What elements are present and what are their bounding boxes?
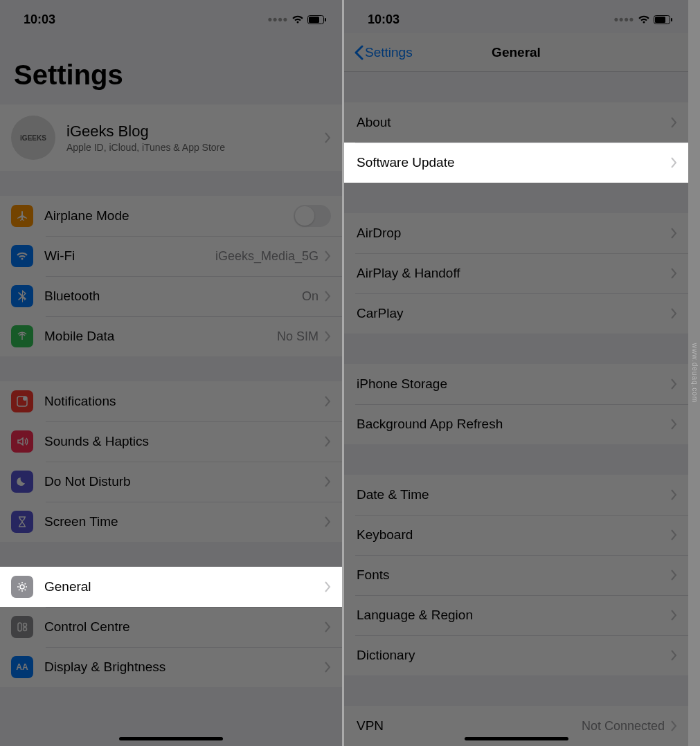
- notifications-group: Notifications Sounds & Haptics Do Not Di…: [0, 381, 342, 542]
- nav-title: General: [492, 45, 541, 60]
- row-fonts[interactable]: Fonts: [344, 555, 688, 595]
- row-date-time[interactable]: Date & Time: [344, 475, 688, 515]
- row-notifications[interactable]: Notifications: [0, 381, 342, 421]
- bluetooth-value: On: [302, 289, 318, 304]
- row-display-brightness[interactable]: AA Display & Brightness: [0, 647, 342, 687]
- airplane-icon: [11, 205, 33, 227]
- svg-point-4: [23, 397, 27, 401]
- chevron-right-icon: [670, 117, 677, 128]
- profile-row[interactable]: iGEEKS iGeeks Blog Apple ID, iCloud, iTu…: [0, 104, 342, 171]
- row-about[interactable]: About: [344, 102, 688, 143]
- chevron-right-icon: [670, 489, 677, 500]
- chevron-right-icon: [324, 396, 331, 407]
- chevron-right-icon: [670, 720, 677, 731]
- chevron-right-icon: [324, 436, 331, 447]
- svg-rect-10: [655, 17, 665, 23]
- hourglass-icon: [11, 511, 33, 533]
- mobile-label: Mobile Data: [44, 329, 114, 344]
- avatar: iGEEKS: [11, 116, 55, 160]
- screentime-label: Screen Time: [44, 514, 118, 529]
- general-screen: 10:03 •••• Settings General About Softwa…: [344, 0, 688, 746]
- wifi-icon: [291, 15, 304, 24]
- row-language-region[interactable]: Language & Region: [344, 595, 688, 635]
- row-airdrop[interactable]: AirDrop: [344, 213, 688, 253]
- software-label: Software Update: [357, 155, 455, 170]
- bgrefresh-label: Background App Refresh: [357, 417, 503, 432]
- row-dnd[interactable]: Do Not Disturb: [0, 462, 342, 502]
- row-control-centre[interactable]: Control Centre: [0, 607, 342, 647]
- row-general[interactable]: General: [0, 567, 342, 607]
- row-wifi[interactable]: Wi-Fi iGeeks_Media_5G: [0, 236, 342, 276]
- profile-group: iGEEKS iGeeks Blog Apple ID, iCloud, iTu…: [0, 104, 342, 171]
- about-label: About: [357, 115, 391, 130]
- svg-rect-6: [18, 623, 21, 631]
- row-screen-time[interactable]: Screen Time: [0, 502, 342, 542]
- chevron-right-icon: [324, 621, 331, 633]
- row-bg-refresh[interactable]: Background App Refresh: [344, 404, 688, 444]
- svg-rect-11: [671, 18, 672, 21]
- battery-icon: [307, 15, 327, 24]
- chevron-right-icon: [670, 308, 677, 319]
- wifi-value: iGeeks_Media_5G: [215, 249, 318, 264]
- page-title: Settings: [0, 33, 342, 98]
- back-button[interactable]: Settings: [347, 45, 413, 60]
- home-indicator[interactable]: [465, 737, 568, 740]
- status-bar: 10:03 ••••: [0, 0, 342, 33]
- chevron-right-icon: [324, 331, 331, 342]
- carplay-label: CarPlay: [357, 306, 404, 321]
- storage-label: iPhone Storage: [357, 376, 447, 392]
- airplane-label: Airplane Mode: [44, 208, 129, 224]
- control-centre-icon: [11, 616, 33, 638]
- status-time: 10:03: [368, 12, 400, 27]
- cellular-icon: [11, 325, 33, 347]
- back-label: Settings: [365, 45, 413, 60]
- row-keyboard[interactable]: Keyboard: [344, 515, 688, 555]
- row-carplay[interactable]: CarPlay: [344, 293, 688, 334]
- nav-bar: Settings General: [344, 33, 688, 72]
- wifi-label: Wi-Fi: [44, 248, 75, 264]
- notifications-label: Notifications: [44, 394, 116, 409]
- chevron-right-icon: [670, 570, 677, 581]
- chevron-right-icon: [324, 291, 331, 302]
- row-dictionary[interactable]: Dictionary: [344, 635, 688, 675]
- chevron-right-icon: [670, 650, 677, 661]
- home-indicator[interactable]: [119, 737, 223, 740]
- chevron-right-icon: [324, 581, 331, 592]
- vpn-label: VPN: [357, 718, 384, 734]
- bluetooth-icon: [11, 285, 33, 307]
- row-software-update[interactable]: Software Update: [344, 143, 688, 183]
- row-airplane-mode[interactable]: Airplane Mode: [0, 196, 342, 236]
- chevron-right-icon: [670, 157, 677, 168]
- status-time: 10:03: [24, 12, 55, 27]
- row-airplay[interactable]: AirPlay & Handoff: [344, 253, 688, 293]
- row-bluetooth[interactable]: Bluetooth On: [0, 276, 342, 316]
- bluetooth-label: Bluetooth: [44, 289, 100, 304]
- watermark: www.deuaq.com: [691, 343, 699, 403]
- chevron-right-icon: [670, 529, 677, 540]
- settings-screen: 10:03 •••• Settings iGEEKS iGeeks Blog A…: [0, 0, 344, 746]
- chevron-right-icon: [324, 662, 331, 673]
- chevron-right-icon: [670, 610, 677, 621]
- moon-icon: [11, 471, 33, 493]
- lang-label: Language & Region: [357, 608, 473, 623]
- profile-subtitle: Apple ID, iCloud, iTunes & App Store: [66, 142, 324, 153]
- battery-icon: [654, 15, 673, 24]
- svg-point-8: [24, 628, 27, 631]
- row-iphone-storage[interactable]: iPhone Storage: [344, 364, 688, 404]
- row-mobile-data[interactable]: Mobile Data No SIM: [0, 316, 342, 356]
- sounds-label: Sounds & Haptics: [44, 434, 149, 449]
- mobile-value: No SIM: [277, 329, 318, 344]
- general-label: General: [44, 579, 91, 594]
- airplane-switch[interactable]: [294, 205, 331, 227]
- chevron-right-icon: [670, 379, 677, 390]
- chevron-right-icon: [324, 132, 331, 143]
- airplay-label: AirPlay & Handoff: [357, 266, 460, 281]
- status-bar: 10:03 ••••: [344, 0, 688, 33]
- system-group: General Control Centre AA Display & Brig…: [0, 567, 342, 687]
- dnd-label: Do Not Disturb: [44, 474, 131, 489]
- display-icon: AA: [11, 656, 33, 678]
- connectivity-group: Airplane Mode Wi-Fi iGeeks_Media_5G Blue…: [0, 196, 342, 356]
- keyboard-label: Keyboard: [357, 527, 413, 543]
- svg-point-7: [24, 624, 27, 627]
- row-sounds[interactable]: Sounds & Haptics: [0, 421, 342, 462]
